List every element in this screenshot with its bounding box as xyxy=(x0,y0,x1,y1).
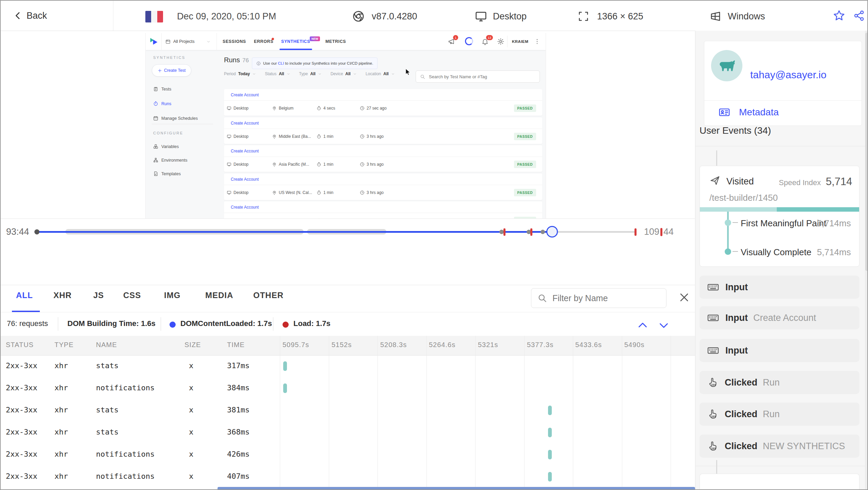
sidebar-item-variables[interactable]: Variables xyxy=(153,144,179,149)
divider xyxy=(704,100,862,101)
user-email-link[interactable]: tahay@asayer.io xyxy=(750,69,826,81)
project-selector[interactable]: All Projects xyxy=(165,33,211,50)
event-item-clicked[interactable]: Clicked Run xyxy=(700,403,859,426)
run-name-link[interactable]: Create Account xyxy=(224,174,542,185)
run-card[interactable]: Create Account Desktop Asia Pacific (M..… xyxy=(224,145,542,172)
session-player-window: Back Dec 09, 2020, 05:10 PM v87.0.4280 D… xyxy=(0,0,868,490)
divider xyxy=(695,146,865,146)
run-card[interactable]: Create Account Desktop Canada (Centr... … xyxy=(224,201,542,218)
share-icon[interactable] xyxy=(853,10,865,22)
search-input[interactable] xyxy=(428,74,535,80)
cli-link[interactable]: CLI xyxy=(278,61,284,65)
event-item-clicked[interactable]: Clicked Run xyxy=(700,371,859,394)
event-item-clicked[interactable]: Clicked NEW SYNTHETICS xyxy=(700,435,859,458)
speed-index-value: 5,714 xyxy=(826,176,852,188)
error-marker[interactable] xyxy=(634,228,637,236)
network-row[interactable]: 2xx-3xx xhr stats x 381ms xyxy=(1,399,695,422)
network-tab-js[interactable]: JS xyxy=(93,291,104,300)
jump-down-icon[interactable] xyxy=(658,319,670,331)
avatar xyxy=(711,50,742,81)
filter-device[interactable]: Device All xyxy=(331,71,357,76)
france-flag-icon xyxy=(145,11,163,22)
time-tick: 5321s xyxy=(478,341,498,349)
announcements-count-badge: 1 xyxy=(453,35,458,40)
run-name-link[interactable]: Create Account xyxy=(224,201,542,213)
configure-section-label: CONFIGURE xyxy=(153,131,183,135)
location-pin-icon xyxy=(272,190,277,195)
filter-type[interactable]: Type All xyxy=(299,71,322,76)
horizontal-scrollbar[interactable] xyxy=(218,487,695,490)
desktop-monitor-icon xyxy=(475,10,487,23)
tab-errors[interactable]: ERRORS xyxy=(254,39,273,44)
network-tab-media[interactable]: MEDIA xyxy=(205,291,233,300)
run-name-link[interactable]: Create Account xyxy=(224,89,542,101)
chevron-down-icon xyxy=(287,72,290,76)
pointer-hand-icon xyxy=(707,408,719,420)
waterfall-bar xyxy=(548,450,552,459)
network-filter-input[interactable] xyxy=(552,293,660,304)
event-item-input[interactable]: Input xyxy=(700,339,859,362)
error-marker[interactable] xyxy=(530,228,532,236)
filter-period[interactable]: Period Today xyxy=(224,71,256,76)
sidebar-item-runs[interactable]: Runs xyxy=(153,101,171,106)
favorite-star-icon[interactable] xyxy=(833,9,846,22)
playhead-handle[interactable] xyxy=(546,226,558,238)
run-card[interactable]: Create Account Desktop US West (N. Cal..… xyxy=(224,174,542,200)
network-tab-img[interactable]: IMG xyxy=(164,291,180,300)
network-tab-all[interactable]: ALL xyxy=(16,291,33,300)
tab-metrics[interactable]: METRICS xyxy=(325,39,346,44)
tab-sessions[interactable]: SESSIONS xyxy=(223,39,246,44)
network-row[interactable]: 2xx-3xx xhr notifications x 384ms xyxy=(1,377,695,399)
network-tab-xhr[interactable]: XHR xyxy=(53,291,72,300)
filter-location[interactable]: Location All xyxy=(366,71,395,76)
active-tab-underline xyxy=(279,49,312,50)
metric-name: Visually Complete xyxy=(741,247,811,258)
time-tick: 5433.6s xyxy=(575,341,602,349)
network-row[interactable]: 2xx-3xx xhr notifications x 407ms xyxy=(1,466,695,488)
event-marker-dot[interactable] xyxy=(541,230,545,234)
chevron-down-icon xyxy=(206,39,211,44)
divider xyxy=(161,33,162,50)
network-tab-css[interactable]: CSS xyxy=(123,291,141,300)
vc-dot xyxy=(725,248,731,255)
requests-count: 76: requests xyxy=(7,319,48,328)
metadata-button[interactable]: Metadata xyxy=(719,107,779,118)
run-name-link[interactable]: Create Account xyxy=(224,117,542,129)
event-item-input[interactable]: Input xyxy=(700,276,859,299)
sidebar-item-manage-schedules[interactable]: Manage Schedules xyxy=(153,116,198,121)
col-type: TYPE xyxy=(54,341,74,349)
sidebar-item-tests[interactable]: Tests xyxy=(153,86,171,92)
replay-screen: All Projects SESSIONS ERRORS SYNTHETICS … xyxy=(145,33,546,218)
filter-status[interactable]: Status All xyxy=(265,71,290,76)
network-filter-box[interactable] xyxy=(531,288,666,308)
scrollbar-thumb[interactable] xyxy=(865,33,868,271)
runs-filter-bar: Period Today Status All Type All Device … xyxy=(224,71,395,76)
error-marker[interactable] xyxy=(503,228,505,236)
tab-synthetics[interactable]: SYNTHETICS xyxy=(281,39,310,44)
network-tab-other[interactable]: OTHER xyxy=(253,291,284,300)
notifications-count-badge: 13 xyxy=(486,35,493,40)
waterfall-bar xyxy=(548,428,552,437)
run-card[interactable]: Create Account Desktop Belgium 4 secs 27… xyxy=(224,89,542,116)
gear-icon[interactable] xyxy=(497,38,504,45)
divider xyxy=(113,1,113,31)
run-name-link[interactable]: Create Account xyxy=(224,145,542,157)
kebab-menu-icon[interactable] xyxy=(534,38,541,45)
monitor-icon xyxy=(227,134,231,139)
event-item-input[interactable]: Input Create Account xyxy=(700,306,859,329)
close-icon[interactable] xyxy=(677,291,691,304)
create-test-button[interactable]: Create Test xyxy=(152,64,191,77)
device-type: Desktop xyxy=(493,11,527,22)
network-row[interactable]: 2xx-3xx xhr notifications x 426ms xyxy=(1,444,695,466)
user-menu[interactable]: KRAIEM xyxy=(512,39,528,44)
run-card[interactable]: Create Account Desktop Middle East (Ba..… xyxy=(224,117,542,144)
jump-up-icon[interactable] xyxy=(637,319,649,331)
sidebar-item-templates[interactable]: Templates xyxy=(153,171,181,176)
visited-event-card[interactable]: Visited Speed Index 5,714 /test-builder/… xyxy=(700,166,859,267)
sidebar-item-environments[interactable]: Environments xyxy=(153,158,187,163)
network-row[interactable]: 2xx-3xx xhr stats x 368ms xyxy=(1,422,695,444)
network-row[interactable]: 2xx-3xx xhr stats x 317ms xyxy=(1,355,695,377)
next-event-card-partial[interactable] xyxy=(700,474,859,490)
test-search-box[interactable] xyxy=(416,70,540,83)
back-button[interactable]: Back xyxy=(13,1,47,31)
